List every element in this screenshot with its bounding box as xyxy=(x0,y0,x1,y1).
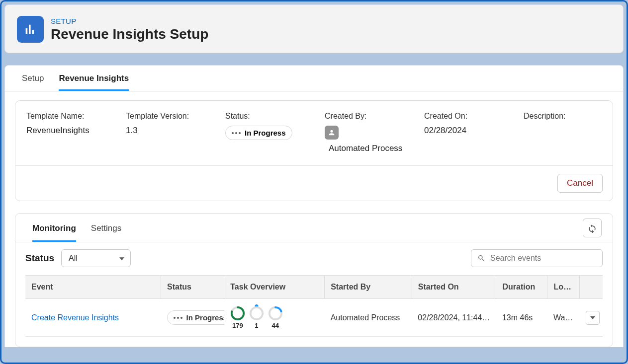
row-actions-button[interactable] xyxy=(586,311,600,325)
cancel-button[interactable]: Cancel xyxy=(557,174,603,193)
template-name-value: RevenueInsights xyxy=(26,126,126,136)
created-by-label: Created By: xyxy=(325,112,424,121)
tab-setup[interactable]: Setup xyxy=(22,66,44,91)
tab-revenue-insights[interactable]: Revenue Insights xyxy=(59,66,129,91)
template-version-label: Template Version: xyxy=(126,112,225,121)
row-started-on: 02/28/2024, 11:44 ... xyxy=(412,299,496,337)
col-log[interactable]: Log... xyxy=(547,276,580,299)
ring-running: 1 xyxy=(249,306,264,329)
col-started-by[interactable]: Started By xyxy=(325,276,412,299)
avatar-icon xyxy=(325,126,339,140)
event-link[interactable]: Create Revenue Insights xyxy=(31,313,119,322)
status-filter-value: All xyxy=(69,254,78,262)
col-started-on[interactable]: Started On xyxy=(412,276,496,299)
col-status[interactable]: Status xyxy=(161,276,224,299)
main-panel: Setup Revenue Insights Template Name: Re… xyxy=(4,65,624,347)
status-filter-label: Status xyxy=(25,253,54,264)
events-table: Event Status Task Overview Started By St… xyxy=(25,275,603,337)
tab-settings[interactable]: Settings xyxy=(91,214,121,242)
main-tabs: Setup Revenue Insights xyxy=(5,66,623,91)
ellipsis-icon xyxy=(174,317,182,319)
refresh-icon xyxy=(587,223,597,233)
ring-success: 179 xyxy=(230,306,245,329)
description-label: Description: xyxy=(524,112,602,121)
breadcrumb-setup[interactable]: SETUP xyxy=(51,17,208,25)
svg-point-2 xyxy=(251,307,263,319)
page-title: Revenue Insights Setup xyxy=(51,26,208,42)
ring-pending: 44 xyxy=(268,306,283,329)
ellipsis-icon xyxy=(232,132,241,134)
chart-icon xyxy=(17,16,44,43)
tab-monitoring[interactable]: Monitoring xyxy=(32,214,76,242)
refresh-button[interactable] xyxy=(583,218,602,237)
row-status-badge: In Progress xyxy=(167,310,224,325)
row-duration: 13m 46s xyxy=(496,299,547,337)
status-filter-select[interactable]: All xyxy=(61,249,131,267)
search-icon xyxy=(477,254,485,263)
col-actions xyxy=(580,276,603,299)
task-overview-cell: 179 1 xyxy=(230,306,319,329)
search-events[interactable] xyxy=(471,249,603,267)
search-input[interactable] xyxy=(490,254,596,263)
status-label: Status: xyxy=(225,112,325,121)
template-name-label: Template Name: xyxy=(26,112,126,121)
template-details-card: Template Name: RevenueInsights Template … xyxy=(15,100,613,201)
monitoring-card: Monitoring Settings Status All xyxy=(15,213,613,347)
created-on-value: 02/28/2024 xyxy=(424,126,524,136)
row-started-by: Automated Process xyxy=(325,299,412,337)
col-duration[interactable]: Duration xyxy=(496,276,547,299)
col-task-overview[interactable]: Task Overview xyxy=(224,276,325,299)
created-by-value: Automated Process xyxy=(329,144,424,153)
page-header: SETUP Revenue Insights Setup xyxy=(4,4,624,53)
created-on-label: Created On: xyxy=(424,112,524,121)
col-event[interactable]: Event xyxy=(25,276,161,299)
table-row: Create Revenue Insights In Progress xyxy=(25,299,603,337)
row-status-text: In Progress xyxy=(186,313,224,322)
status-badge: In Progress xyxy=(225,126,292,140)
row-log: War... xyxy=(547,299,580,337)
template-version-value: 1.3 xyxy=(126,126,225,136)
status-text: In Progress xyxy=(245,129,286,137)
